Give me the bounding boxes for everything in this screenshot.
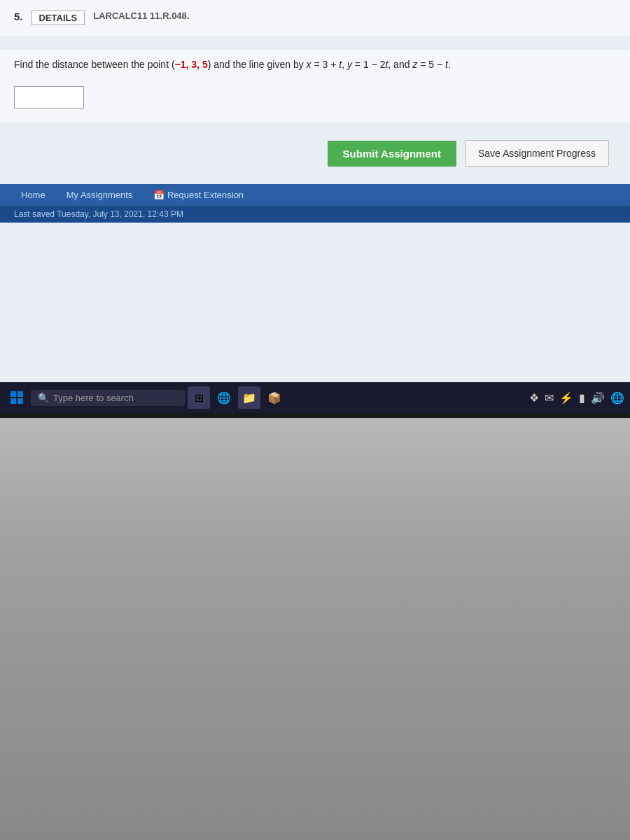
svg-rect-0 <box>10 391 16 397</box>
dropbox-icon[interactable]: ❖ <box>529 391 539 405</box>
nav-bar: Home My Assignments 📅 Request Extension <box>0 184 630 206</box>
taskbar-app-icon[interactable]: 📦 <box>263 386 286 409</box>
nav-extension[interactable]: 📅 Request Extension <box>153 190 244 200</box>
point-coords: −1, 3, 5 <box>175 59 208 70</box>
network-icon[interactable]: 🌐 <box>610 391 624 405</box>
nav-home[interactable]: Home <box>21 190 46 200</box>
bolt-icon[interactable]: ⚡ <box>559 391 573 405</box>
save-progress-button[interactable]: Save Assignment Progress <box>465 140 609 167</box>
svg-rect-2 <box>10 398 16 404</box>
buttons-row: Submit Assignment Save Assignment Progre… <box>0 122 630 184</box>
question-body: Find the distance between the point (−1,… <box>0 50 630 122</box>
taskbar-folder-icon[interactable]: 📁 <box>238 386 260 409</box>
details-badge: DETAILS <box>31 10 85 25</box>
taskbar: 🔍 Type here to search ⊞ 🌐 📁 📦 ❖ ✉ ⚡ ▮ 🔊 … <box>0 382 630 413</box>
taskbar-right-section: ❖ ✉ ⚡ ▮ 🔊 🌐 <box>529 391 624 405</box>
nav-assignments[interactable]: My Assignments <box>66 190 133 200</box>
question-number: 5. <box>14 10 23 22</box>
svg-rect-1 <box>18 391 23 397</box>
screen: 5. DETAILS LARCALC11 11.R.048. Find the … <box>0 0 630 413</box>
question-reference: LARCALC11 11.R.048. <box>93 10 189 21</box>
taskbar-browser-icon[interactable]: 🌐 <box>213 386 235 409</box>
submit-assignment-button[interactable]: Submit Assignment <box>328 141 456 167</box>
start-button[interactable] <box>6 386 28 409</box>
calendar-icon: 📅 <box>153 190 164 200</box>
status-bar: Last saved Tuesday, July 13, 2021, 12:43… <box>0 206 630 223</box>
taskbar-search-box[interactable]: 🔍 Type here to search <box>31 390 185 406</box>
laptop-body: // Generate speaker dots inline via JS a… <box>0 418 630 840</box>
search-icon: 🔍 <box>38 393 49 403</box>
last-saved-text: Last saved Tuesday, July 13, 2021, 12:43… <box>14 209 183 219</box>
question-header: 5. DETAILS LARCALC11 11.R.048. <box>0 0 630 36</box>
answer-input[interactable] <box>14 86 84 108</box>
search-placeholder-text: Type here to search <box>53 393 134 403</box>
volume-icon[interactable]: 🔊 <box>591 391 605 405</box>
taskbar-desktop-button[interactable]: ⊞ <box>188 386 210 409</box>
svg-rect-3 <box>18 398 23 404</box>
question-text: Find the distance between the point (−1,… <box>14 57 616 72</box>
battery-icon[interactable]: ▮ <box>579 391 585 405</box>
mail-icon[interactable]: ✉ <box>545 391 554 405</box>
